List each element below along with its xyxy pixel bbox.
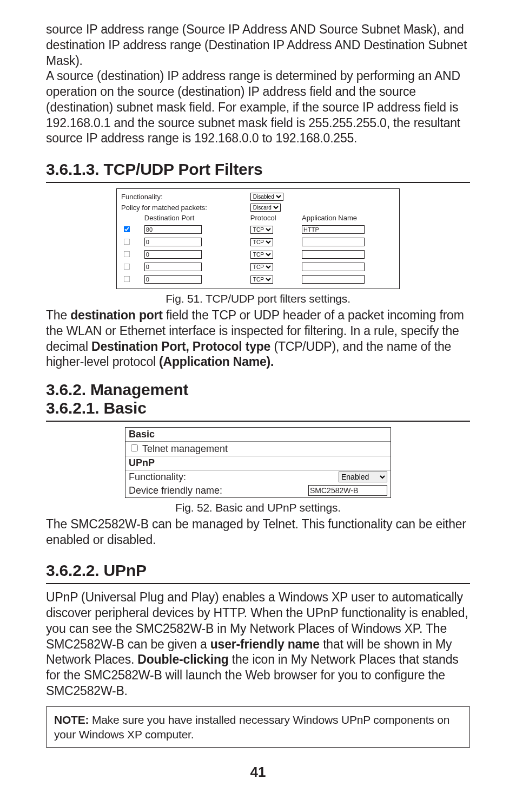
- fig52-functionality-select[interactable]: Enabled: [339, 472, 387, 482]
- fig51-row0-protocol-select[interactable]: TCP: [250, 226, 273, 234]
- text: The: [46, 308, 70, 322]
- fig51-caption: Fig. 51. TCP/UDP port filters settings.: [46, 292, 470, 305]
- heading-3-6-1-3: 3.6.1.3. TCP/UDP Port Filters: [46, 160, 470, 183]
- fig51-row3-appname-input[interactable]: [302, 263, 365, 271]
- fig51-row2-appname-input[interactable]: [302, 250, 365, 259]
- bold-destination-port: destination port: [70, 308, 163, 322]
- fig51-row3-protocol-select[interactable]: TCP: [250, 263, 273, 271]
- fig51-col-protocol: Protocol: [249, 213, 301, 223]
- fig52-dev-friendly-input[interactable]: SMC2582W-B: [308, 485, 387, 496]
- fig51-row4-protocol-select[interactable]: TCP: [250, 276, 273, 284]
- fig51-row0-appname-input[interactable]: HTTP: [302, 225, 365, 234]
- fig52-telnet-checkbox[interactable]: [131, 444, 138, 451]
- upnp-paragraph: UPnP (Universal Plug and Play) enables a…: [46, 590, 470, 698]
- heading-3-6-2-1: 3.6.2.1. Basic: [46, 399, 470, 422]
- fig52-caption: Fig. 52. Basic and UPnP settings.: [46, 501, 470, 514]
- note-label: NOTE:: [54, 713, 89, 726]
- bold-user-friendly-name: user-friendly name: [210, 637, 320, 651]
- fig51-row1-protocol-select[interactable]: TCP: [250, 238, 273, 246]
- fig51-policy-select[interactable]: Discard: [250, 204, 281, 212]
- note-box: NOTE: Make sure you have installed neces…: [46, 706, 470, 748]
- figure-51-container: Functionality: Disabled Policy for match…: [46, 188, 470, 289]
- bold-destination-port-protocol-type: Destination Port, Protocol type: [91, 339, 270, 353]
- fig51-row4-appname-input[interactable]: [302, 275, 365, 284]
- fig51-functionality-select[interactable]: Disabled: [250, 193, 283, 201]
- fig51-col-app-name: Application Name: [301, 213, 396, 223]
- fig51-functionality-label: Functionality:: [120, 191, 249, 202]
- fig52-dev-friendly-label: Device friendly name:: [129, 485, 222, 496]
- fig51-row3-port-input[interactable]: 0: [144, 263, 202, 271]
- fig52-telnet-label: Telnet management: [142, 443, 228, 454]
- fig51-row2-checkbox[interactable]: [124, 251, 130, 258]
- note-text: Make sure you have installed necessary W…: [54, 713, 449, 741]
- fig51-row3-checkbox[interactable]: [124, 264, 130, 270]
- fig51-row4-port-input[interactable]: 0: [144, 275, 202, 284]
- page-number: 41: [46, 764, 470, 781]
- fig52-basic-header: Basic: [125, 428, 391, 442]
- fig52-functionality-label: Functionality:: [129, 472, 186, 483]
- fig51-row2-protocol-select[interactable]: TCP: [250, 251, 273, 259]
- bold-application-name: (Application Name).: [159, 355, 274, 369]
- post-fig52-paragraph: The SMC2582W-B can be managed by Telnet.…: [46, 516, 470, 548]
- intro-paragraph: source IP address range (Source IP Addre…: [46, 22, 470, 146]
- fig51-row1-checkbox[interactable]: [124, 239, 130, 245]
- fig51-row4-checkbox[interactable]: [124, 276, 130, 283]
- figure-52-container: Basic Telnet management UPnP Functionali…: [46, 427, 470, 498]
- figure-51-panel: Functionality: Disabled Policy for match…: [116, 188, 400, 289]
- post-fig51-paragraph: The destination port field the TCP or UD…: [46, 307, 470, 370]
- figure-52-panel: Basic Telnet management UPnP Functionali…: [125, 427, 391, 498]
- fig51-row2-port-input[interactable]: 0: [144, 250, 202, 259]
- fig52-upnp-header: UPnP: [125, 456, 391, 470]
- heading-3-6-2: 3.6.2. Management: [46, 381, 470, 399]
- bold-double-clicking: Double-clicking: [137, 652, 228, 666]
- heading-3-6-2-2: 3.6.2.2. UPnP: [46, 561, 470, 584]
- fig51-row0-port-input[interactable]: 80: [144, 225, 202, 234]
- fig52-telnet-row: Telnet management: [129, 443, 228, 455]
- fig51-col-dest-port: Destination Port: [143, 213, 249, 223]
- fig51-row1-port-input[interactable]: 0: [144, 238, 202, 246]
- fig51-row1-appname-input[interactable]: [302, 238, 365, 246]
- fig51-policy-label: Policy for matched packets:: [120, 202, 249, 213]
- fig51-row0-checkbox[interactable]: [124, 226, 130, 233]
